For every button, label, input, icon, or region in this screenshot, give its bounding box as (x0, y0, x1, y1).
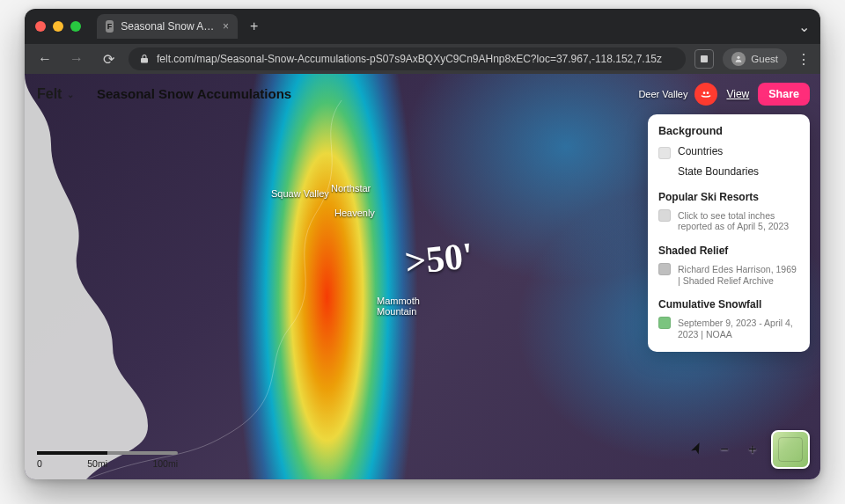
layer-ski-title[interactable]: Popular Ski Resorts (658, 191, 799, 203)
map-label-mammoth-2[interactable]: Mountain (377, 306, 416, 317)
scale-tick-1: 50mi (87, 458, 107, 469)
window-controls (35, 21, 81, 32)
extensions-icon[interactable] (694, 49, 714, 69)
minimize-window-button[interactable] (53, 21, 63, 32)
close-window-button[interactable] (35, 21, 46, 32)
profile-label: Guest (751, 54, 778, 64)
lock-icon (139, 54, 150, 64)
zoom-out-button[interactable]: − (715, 440, 734, 459)
close-tab-button[interactable]: × (223, 20, 229, 33)
snow-swatch (658, 317, 671, 329)
scale-tick-0: 0 (37, 458, 42, 469)
map-viewport[interactable]: Squaw Valley Northstar Heavenly Mammoth … (25, 74, 820, 479)
forward-button[interactable]: → (65, 47, 88, 70)
scale-tick-2: 100mi (152, 458, 178, 469)
layer-relief-title[interactable]: Shaded Relief (658, 245, 799, 257)
profile-button[interactable]: Guest (723, 48, 787, 69)
layers-background-heading: Background (658, 125, 799, 137)
layer-sub: Click to see total inches reported as of… (678, 210, 799, 232)
location-arrow-icon (687, 441, 706, 459)
locate-button[interactable] (684, 437, 709, 462)
svg-point-3 (707, 91, 709, 94)
crab-icon (699, 87, 713, 101)
layer-relief[interactable]: Richard Edes Harrison, 1969 | Shaded Rel… (658, 259, 799, 289)
reload-button[interactable]: ⟳ (97, 47, 120, 70)
layer-sub: September 9, 2023 - April 4, 2023 | NOAA (678, 318, 799, 340)
scale-bar: 0 50mi 100mi (37, 451, 178, 469)
user-icon (731, 52, 746, 66)
browser-menu-button[interactable]: ⋮ (796, 51, 812, 68)
address-bar[interactable]: felt.com/map/Seasonal-Snow-Accumulations… (129, 47, 686, 70)
layer-state-boundaries[interactable]: State Boundaries (658, 163, 799, 182)
layer-label: State Boundaries (678, 166, 759, 179)
map-label-mammoth-1[interactable]: Mammoth (377, 296, 420, 306)
zoom-in-button[interactable]: + (743, 440, 762, 459)
annotation-50ft: >50' (403, 234, 475, 283)
map-bottom-right-controls: − + (687, 430, 810, 469)
page-title: Seasonal Snow Accumulations (97, 86, 291, 101)
url-text: felt.com/map/Seasonal-Snow-Accumulations… (157, 53, 662, 65)
layer-countries[interactable]: Countries (658, 142, 799, 163)
browser-tab[interactable]: F Seasonal Snow Accumulations × (97, 14, 238, 39)
url-bar: ← → ⟳ felt.com/map/Seasonal-Snow-Accumul… (25, 44, 820, 74)
map-label-heavenly[interactable]: Heavenly (334, 208, 375, 218)
top-right-controls: Deer Valley View Share (638, 83, 810, 106)
ski-swatch (658, 209, 671, 222)
back-button[interactable]: ← (33, 47, 56, 70)
share-button[interactable]: Share (758, 83, 810, 106)
new-tab-button[interactable]: + (245, 18, 263, 34)
tab-favicon: F (106, 20, 114, 33)
layer-snow-title[interactable]: Cumulative Snowfall (658, 298, 799, 310)
titlebar: F Seasonal Snow Accumulations × + ⌄ (25, 9, 820, 44)
layers-panel: Background Countries State Boundaries Po… (648, 114, 810, 352)
layer-ski[interactable]: Click to see total inches reported as of… (658, 205, 799, 236)
browser-window: F Seasonal Snow Accumulations × + ⌄ ← → … (25, 9, 820, 479)
countries-swatch (658, 147, 671, 159)
avatar[interactable] (694, 83, 717, 106)
view-link[interactable]: View (726, 88, 749, 100)
svg-rect-0 (701, 55, 708, 62)
svg-point-1 (738, 56, 740, 59)
zoom-window-button[interactable] (70, 21, 81, 32)
tab-title: Seasonal Snow Accumulations (121, 20, 216, 33)
brand[interactable]: Felt ⌄ (37, 86, 74, 102)
map-label-squaw[interactable]: Squaw Valley (271, 188, 329, 199)
svg-point-2 (703, 91, 706, 94)
map-label-northstar[interactable]: Northstar (331, 183, 371, 194)
brand-wordmark: Felt (37, 86, 62, 102)
layer-snow[interactable]: September 9, 2023 - April 4, 2023 | NOAA (658, 312, 799, 343)
minimap-button[interactable] (771, 430, 810, 469)
brand-menu-caret[interactable]: ⌄ (67, 90, 74, 99)
window-menu-caret[interactable]: ⌄ (798, 18, 810, 35)
map-label-deer-valley[interactable]: Deer Valley (638, 89, 687, 99)
layer-label: Countries (678, 146, 723, 158)
layer-sub: Richard Edes Harrison, 1969 | Shaded Rel… (678, 264, 799, 286)
relief-swatch (658, 263, 671, 275)
